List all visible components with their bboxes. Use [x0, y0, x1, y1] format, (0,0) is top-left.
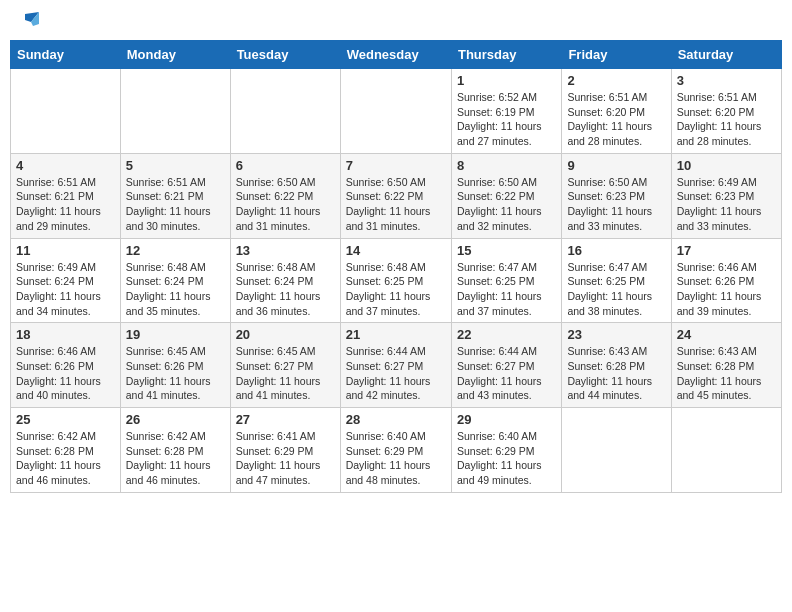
weekday-header-friday: Friday [562, 41, 671, 69]
day-info: Sunrise: 6:40 AMSunset: 6:29 PMDaylight:… [457, 429, 556, 488]
day-number: 19 [126, 327, 225, 342]
day-info: Sunrise: 6:46 AMSunset: 6:26 PMDaylight:… [677, 260, 776, 319]
calendar-cell [230, 69, 340, 154]
calendar-cell: 13Sunrise: 6:48 AMSunset: 6:24 PMDayligh… [230, 238, 340, 323]
calendar-cell: 12Sunrise: 6:48 AMSunset: 6:24 PMDayligh… [120, 238, 230, 323]
weekday-header-monday: Monday [120, 41, 230, 69]
day-info: Sunrise: 6:40 AMSunset: 6:29 PMDaylight:… [346, 429, 446, 488]
day-info: Sunrise: 6:45 AMSunset: 6:27 PMDaylight:… [236, 344, 335, 403]
calendar-cell: 10Sunrise: 6:49 AMSunset: 6:23 PMDayligh… [671, 153, 781, 238]
day-number: 9 [567, 158, 665, 173]
weekday-header-tuesday: Tuesday [230, 41, 340, 69]
day-info: Sunrise: 6:48 AMSunset: 6:24 PMDaylight:… [126, 260, 225, 319]
calendar-cell: 6Sunrise: 6:50 AMSunset: 6:22 PMDaylight… [230, 153, 340, 238]
calendar-cell: 24Sunrise: 6:43 AMSunset: 6:28 PMDayligh… [671, 323, 781, 408]
calendar-cell: 19Sunrise: 6:45 AMSunset: 6:26 PMDayligh… [120, 323, 230, 408]
calendar-cell [671, 408, 781, 493]
day-info: Sunrise: 6:48 AMSunset: 6:24 PMDaylight:… [236, 260, 335, 319]
weekday-header-wednesday: Wednesday [340, 41, 451, 69]
calendar-cell: 4Sunrise: 6:51 AMSunset: 6:21 PMDaylight… [11, 153, 121, 238]
calendar-cell [120, 69, 230, 154]
calendar-cell [562, 408, 671, 493]
day-number: 8 [457, 158, 556, 173]
day-info: Sunrise: 6:43 AMSunset: 6:28 PMDaylight:… [677, 344, 776, 403]
day-number: 1 [457, 73, 556, 88]
day-info: Sunrise: 6:48 AMSunset: 6:25 PMDaylight:… [346, 260, 446, 319]
calendar-cell: 14Sunrise: 6:48 AMSunset: 6:25 PMDayligh… [340, 238, 451, 323]
calendar-cell [11, 69, 121, 154]
weekday-header-sunday: Sunday [11, 41, 121, 69]
calendar-cell: 1Sunrise: 6:52 AMSunset: 6:19 PMDaylight… [451, 69, 561, 154]
calendar-cell: 2Sunrise: 6:51 AMSunset: 6:20 PMDaylight… [562, 69, 671, 154]
calendar-cell: 7Sunrise: 6:50 AMSunset: 6:22 PMDaylight… [340, 153, 451, 238]
calendar-cell: 9Sunrise: 6:50 AMSunset: 6:23 PMDaylight… [562, 153, 671, 238]
day-info: Sunrise: 6:44 AMSunset: 6:27 PMDaylight:… [457, 344, 556, 403]
calendar-cell [340, 69, 451, 154]
calendar-cell: 20Sunrise: 6:45 AMSunset: 6:27 PMDayligh… [230, 323, 340, 408]
day-info: Sunrise: 6:50 AMSunset: 6:22 PMDaylight:… [346, 175, 446, 234]
day-info: Sunrise: 6:51 AMSunset: 6:21 PMDaylight:… [16, 175, 115, 234]
day-info: Sunrise: 6:50 AMSunset: 6:23 PMDaylight:… [567, 175, 665, 234]
day-number: 4 [16, 158, 115, 173]
day-number: 7 [346, 158, 446, 173]
day-number: 3 [677, 73, 776, 88]
calendar-cell: 17Sunrise: 6:46 AMSunset: 6:26 PMDayligh… [671, 238, 781, 323]
day-info: Sunrise: 6:42 AMSunset: 6:28 PMDaylight:… [126, 429, 225, 488]
day-number: 23 [567, 327, 665, 342]
day-info: Sunrise: 6:51 AMSunset: 6:20 PMDaylight:… [567, 90, 665, 149]
day-info: Sunrise: 6:51 AMSunset: 6:21 PMDaylight:… [126, 175, 225, 234]
calendar-week-row: 4Sunrise: 6:51 AMSunset: 6:21 PMDaylight… [11, 153, 782, 238]
day-info: Sunrise: 6:44 AMSunset: 6:27 PMDaylight:… [346, 344, 446, 403]
weekday-header-thursday: Thursday [451, 41, 561, 69]
calendar-cell: 27Sunrise: 6:41 AMSunset: 6:29 PMDayligh… [230, 408, 340, 493]
calendar-cell: 15Sunrise: 6:47 AMSunset: 6:25 PMDayligh… [451, 238, 561, 323]
calendar-week-row: 11Sunrise: 6:49 AMSunset: 6:24 PMDayligh… [11, 238, 782, 323]
weekday-header-row: SundayMondayTuesdayWednesdayThursdayFrid… [11, 41, 782, 69]
calendar-cell: 29Sunrise: 6:40 AMSunset: 6:29 PMDayligh… [451, 408, 561, 493]
day-info: Sunrise: 6:42 AMSunset: 6:28 PMDaylight:… [16, 429, 115, 488]
calendar-cell: 16Sunrise: 6:47 AMSunset: 6:25 PMDayligh… [562, 238, 671, 323]
day-number: 6 [236, 158, 335, 173]
day-info: Sunrise: 6:41 AMSunset: 6:29 PMDaylight:… [236, 429, 335, 488]
day-info: Sunrise: 6:47 AMSunset: 6:25 PMDaylight:… [567, 260, 665, 319]
day-number: 10 [677, 158, 776, 173]
day-info: Sunrise: 6:46 AMSunset: 6:26 PMDaylight:… [16, 344, 115, 403]
logo [15, 10, 39, 32]
day-info: Sunrise: 6:49 AMSunset: 6:23 PMDaylight:… [677, 175, 776, 234]
day-number: 24 [677, 327, 776, 342]
calendar-cell: 18Sunrise: 6:46 AMSunset: 6:26 PMDayligh… [11, 323, 121, 408]
calendar-cell: 3Sunrise: 6:51 AMSunset: 6:20 PMDaylight… [671, 69, 781, 154]
day-number: 21 [346, 327, 446, 342]
day-number: 25 [16, 412, 115, 427]
day-number: 20 [236, 327, 335, 342]
calendar-cell: 8Sunrise: 6:50 AMSunset: 6:22 PMDaylight… [451, 153, 561, 238]
calendar-cell: 11Sunrise: 6:49 AMSunset: 6:24 PMDayligh… [11, 238, 121, 323]
day-number: 26 [126, 412, 225, 427]
calendar-cell: 25Sunrise: 6:42 AMSunset: 6:28 PMDayligh… [11, 408, 121, 493]
day-number: 18 [16, 327, 115, 342]
day-info: Sunrise: 6:45 AMSunset: 6:26 PMDaylight:… [126, 344, 225, 403]
page-header [10, 10, 782, 32]
logo-bird-icon [17, 10, 39, 32]
calendar-week-row: 25Sunrise: 6:42 AMSunset: 6:28 PMDayligh… [11, 408, 782, 493]
weekday-header-saturday: Saturday [671, 41, 781, 69]
day-info: Sunrise: 6:51 AMSunset: 6:20 PMDaylight:… [677, 90, 776, 149]
day-number: 15 [457, 243, 556, 258]
day-info: Sunrise: 6:52 AMSunset: 6:19 PMDaylight:… [457, 90, 556, 149]
day-number: 5 [126, 158, 225, 173]
day-info: Sunrise: 6:43 AMSunset: 6:28 PMDaylight:… [567, 344, 665, 403]
day-number: 2 [567, 73, 665, 88]
day-number: 17 [677, 243, 776, 258]
day-info: Sunrise: 6:50 AMSunset: 6:22 PMDaylight:… [236, 175, 335, 234]
calendar-cell: 23Sunrise: 6:43 AMSunset: 6:28 PMDayligh… [562, 323, 671, 408]
day-number: 16 [567, 243, 665, 258]
day-number: 22 [457, 327, 556, 342]
calendar-cell: 5Sunrise: 6:51 AMSunset: 6:21 PMDaylight… [120, 153, 230, 238]
day-info: Sunrise: 6:50 AMSunset: 6:22 PMDaylight:… [457, 175, 556, 234]
calendar-cell: 22Sunrise: 6:44 AMSunset: 6:27 PMDayligh… [451, 323, 561, 408]
calendar-table: SundayMondayTuesdayWednesdayThursdayFrid… [10, 40, 782, 493]
day-number: 28 [346, 412, 446, 427]
day-number: 27 [236, 412, 335, 427]
day-number: 11 [16, 243, 115, 258]
calendar-week-row: 1Sunrise: 6:52 AMSunset: 6:19 PMDaylight… [11, 69, 782, 154]
